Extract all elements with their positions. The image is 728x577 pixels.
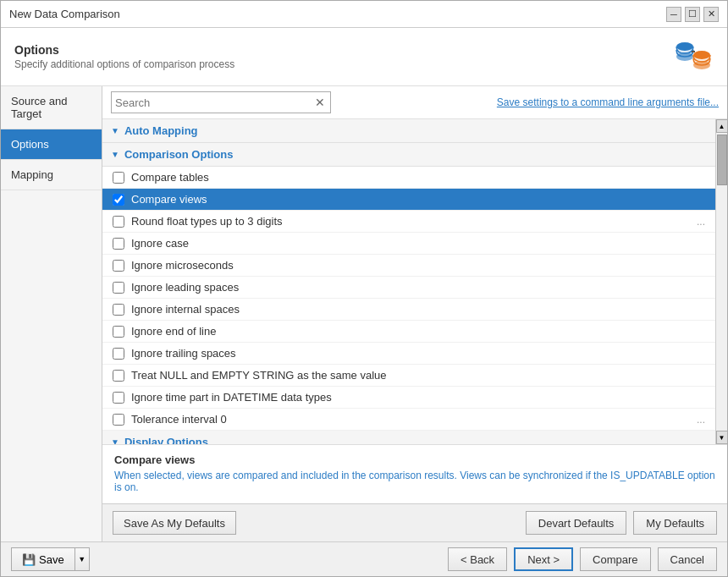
cancel-button[interactable]: Cancel	[658, 547, 717, 571]
section-header-auto-mapping[interactable]: ▼ Auto Mapping	[102, 119, 715, 143]
title-bar: New Data Comparison ─ ☐ ✕	[1, 1, 727, 28]
section-title-display: Display Options	[124, 436, 208, 444]
my-defaults-button[interactable]: My Defaults	[633, 511, 717, 535]
option-round-float[interactable]: Round float types up to 3 digits ...	[102, 211, 715, 233]
label-treat-null-empty: Treat NULL and EMPTY STRING as the same …	[131, 369, 705, 382]
arrow-icon-display: ▼	[111, 437, 119, 444]
label-compare-views: Compare views	[131, 193, 705, 206]
info-panel: Compare views When selected, views are c…	[102, 444, 727, 503]
section-title: Options	[14, 43, 234, 57]
svg-point-5	[693, 61, 710, 69]
checkbox-ignore-case[interactable]	[113, 238, 124, 250]
svg-point-2	[676, 52, 693, 61]
option-tolerance-interval[interactable]: Tolerance interval 0 ...	[102, 409, 715, 431]
title-bar-left: New Data Comparison	[9, 8, 120, 20]
option-compare-views[interactable]: Compare views	[102, 189, 715, 211]
checkbox-round-float[interactable]	[113, 216, 124, 228]
maximize-button[interactable]: ☐	[685, 7, 700, 22]
option-ignore-internal-spaces[interactable]: Ignore internal spaces	[102, 299, 715, 321]
ellipsis-tolerance: ...	[697, 414, 705, 426]
search-box: ✕	[111, 91, 331, 113]
search-clear-button[interactable]: ✕	[313, 96, 327, 109]
checkbox-ignore-leading-spaces[interactable]	[113, 282, 124, 294]
checkbox-tolerance-interval[interactable]	[113, 414, 124, 426]
checkbox-ignore-trailing-spaces[interactable]	[113, 348, 124, 360]
options-list: ▼ Auto Mapping ▼ Comparison Options Comp…	[102, 119, 715, 444]
option-ignore-end-of-line[interactable]: Ignore end of line	[102, 321, 715, 343]
footer-bar: 💾 Save ▼ < Back Next > Compare Cancel	[1, 541, 727, 576]
scrollbar-up-button[interactable]: ▲	[716, 119, 728, 133]
next-button[interactable]: Next >	[514, 547, 573, 571]
label-ignore-case: Ignore case	[131, 237, 705, 250]
label-compare-tables: Compare tables	[131, 171, 705, 184]
database-compare-icon	[673, 36, 714, 77]
label-round-float: Round float types up to 3 digits	[131, 215, 697, 228]
search-input[interactable]	[115, 96, 313, 109]
checkbox-compare-tables[interactable]	[113, 172, 124, 184]
main-window: New Data Comparison ─ ☐ ✕ Options Specif…	[0, 0, 728, 577]
content-area: Source and Target Options Mapping ✕ Save…	[1, 86, 727, 541]
checkbox-ignore-end-of-line[interactable]	[113, 326, 124, 338]
save-main-button[interactable]: 💾 Save	[11, 547, 74, 571]
bottom-right: Devart Defaults My Defaults	[526, 511, 717, 535]
save-as-defaults-button[interactable]: Save As My Defaults	[113, 511, 236, 535]
section-title-comparison: Comparison Options	[124, 148, 234, 161]
label-ignore-microseconds: Ignore microseconds	[131, 259, 705, 272]
arrow-icon-auto-mapping: ▼	[111, 126, 119, 135]
label-ignore-trailing-spaces: Ignore trailing spaces	[131, 347, 705, 360]
scrollbar-track: ▲ ▼	[715, 119, 727, 444]
nav-buttons: < Back Next > Compare Cancel	[448, 547, 717, 571]
options-scroll-area: ▼ Auto Mapping ▼ Comparison Options Comp…	[102, 119, 727, 444]
option-ignore-leading-spaces[interactable]: Ignore leading spaces	[102, 277, 715, 299]
save-split-button: 💾 Save ▼	[11, 547, 90, 571]
section-title-auto-mapping: Auto Mapping	[124, 124, 198, 137]
option-ignore-case[interactable]: Ignore case	[102, 233, 715, 255]
bottom-buttons: Save As My Defaults Devart Defaults My D…	[102, 503, 727, 541]
section-header-comparison-options[interactable]: ▼ Comparison Options	[102, 143, 715, 167]
scrollbar-thumb[interactable]	[717, 135, 727, 185]
window-title: New Data Comparison	[9, 8, 120, 20]
close-button[interactable]: ✕	[703, 7, 719, 22]
arrow-icon-comparison: ▼	[111, 150, 119, 159]
save-dropdown-arrow[interactable]: ▼	[74, 547, 90, 571]
info-title: Compare views	[114, 453, 715, 466]
checkbox-ignore-microseconds[interactable]	[113, 260, 124, 272]
sidebar: Source and Target Options Mapping	[1, 86, 102, 541]
section-desc: Specify additional options of comparison…	[14, 58, 234, 70]
checkbox-ignore-time-part[interactable]	[113, 392, 124, 404]
section-header-display-options[interactable]: ▼ Display Options	[102, 431, 715, 444]
save-label: Save	[39, 553, 64, 566]
label-ignore-internal-spaces: Ignore internal spaces	[131, 303, 705, 316]
devart-defaults-button[interactable]: Devart Defaults	[526, 511, 627, 535]
compare-button[interactable]: Compare	[580, 547, 650, 571]
option-ignore-microseconds[interactable]: Ignore microseconds	[102, 255, 715, 277]
title-bar-icons: ─ ☐ ✕	[666, 7, 719, 22]
label-tolerance-interval: Tolerance interval 0	[131, 413, 697, 426]
option-ignore-time-part[interactable]: Ignore time part in DATETIME data types	[102, 387, 715, 409]
label-ignore-end-of-line: Ignore end of line	[131, 325, 705, 338]
back-button[interactable]: < Back	[448, 547, 507, 571]
save-cmdline-link[interactable]: Save settings to a command line argument…	[497, 96, 719, 108]
scrollbar-down-button[interactable]: ▼	[716, 431, 728, 444]
info-desc: When selected, views are compared and in…	[114, 470, 715, 493]
option-treat-null-empty[interactable]: Treat NULL and EMPTY STRING as the same …	[102, 365, 715, 387]
bottom-left: Save As My Defaults	[113, 511, 236, 535]
checkbox-treat-null-empty[interactable]	[113, 370, 124, 382]
checkbox-ignore-internal-spaces[interactable]	[113, 304, 124, 316]
header-section: Options Specify additional options of co…	[1, 28, 727, 86]
minimize-button[interactable]: ─	[666, 7, 681, 22]
main-panel: ✕ Save settings to a command line argume…	[102, 86, 727, 541]
ellipsis-round-float: ...	[697, 216, 705, 228]
sidebar-item-source-target[interactable]: Source and Target	[1, 86, 102, 129]
option-ignore-trailing-spaces[interactable]: Ignore trailing spaces	[102, 343, 715, 365]
label-ignore-time-part: Ignore time part in DATETIME data types	[131, 391, 705, 404]
header-info: Options Specify additional options of co…	[14, 43, 234, 70]
checkbox-compare-views[interactable]	[113, 194, 124, 206]
sidebar-item-options[interactable]: Options	[1, 129, 102, 160]
save-icon: 💾	[22, 553, 36, 566]
label-ignore-leading-spaces: Ignore leading spaces	[131, 281, 705, 294]
sidebar-item-mapping[interactable]: Mapping	[1, 160, 102, 190]
option-compare-tables[interactable]: Compare tables	[102, 167, 715, 189]
toolbar-row: ✕ Save settings to a command line argume…	[102, 86, 727, 119]
